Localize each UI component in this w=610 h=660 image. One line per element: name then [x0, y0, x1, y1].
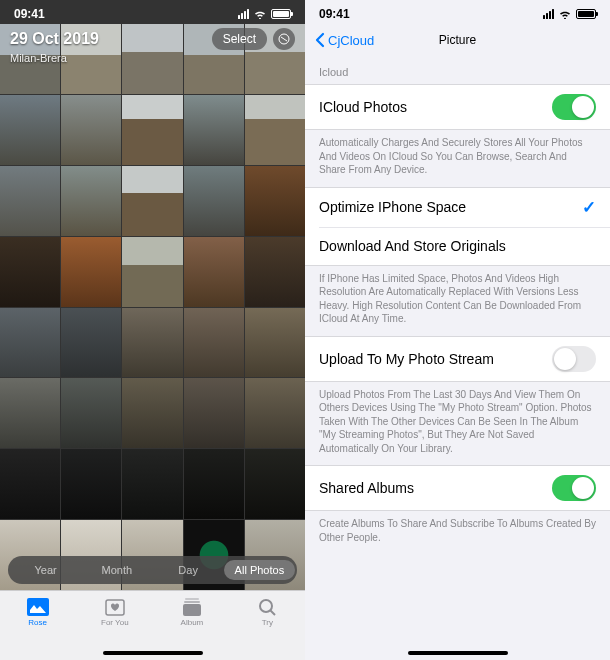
photo-thumbnail[interactable]	[61, 95, 121, 165]
svg-rect-2	[27, 598, 49, 616]
home-indicator[interactable]	[103, 651, 203, 655]
photo-thumbnail[interactable]	[61, 308, 121, 378]
photo-thumbnail[interactable]	[122, 449, 182, 519]
battery-icon	[271, 9, 291, 19]
svg-rect-5	[184, 601, 200, 603]
albums-icon	[180, 597, 204, 616]
icloud-photos-label: ICloud Photos	[319, 99, 407, 115]
wifi-icon	[253, 9, 267, 19]
photo-thumbnail[interactable]	[245, 449, 305, 519]
photo-thumbnail[interactable]	[184, 378, 244, 448]
icloud-photos-desc: Automatically Charges And Securely Store…	[305, 130, 610, 187]
optimize-storage-row[interactable]: Optimize IPhone Space ✓	[305, 188, 610, 227]
photos-grid[interactable]	[0, 24, 305, 590]
svg-line-8	[271, 610, 276, 615]
home-indicator[interactable]	[408, 651, 508, 655]
icloud-photos-row[interactable]: ICloud Photos	[305, 85, 610, 129]
search-icon	[255, 597, 279, 616]
photo-thumbnail[interactable]	[0, 378, 60, 448]
svg-point-7	[260, 600, 272, 612]
shared-albums-switch[interactable]	[552, 475, 596, 501]
photo-thumbnail[interactable]	[0, 308, 60, 378]
back-button[interactable]: CjCloud	[315, 32, 374, 48]
photo-thumbnail[interactable]	[245, 378, 305, 448]
shared-albums-row[interactable]: Shared Albums	[305, 466, 610, 510]
svg-rect-4	[185, 598, 199, 600]
photo-thumbnail[interactable]	[122, 378, 182, 448]
photo-thumbnail[interactable]	[61, 378, 121, 448]
section-header-icloud: Icloud	[305, 52, 610, 84]
cellular-icon	[543, 9, 554, 19]
status-time: 09:41	[14, 7, 45, 21]
photo-thumbnail[interactable]	[184, 237, 244, 307]
photo-thumbnail[interactable]	[61, 166, 121, 236]
photo-thumbnail[interactable]	[122, 95, 182, 165]
photo-thumbnail[interactable]	[184, 449, 244, 519]
icloud-photos-switch[interactable]	[552, 94, 596, 120]
ellipsis-icon	[278, 33, 290, 45]
download-originals-row[interactable]: Download And Store Originals	[319, 227, 610, 265]
time-range-segmented[interactable]: Year Month Day All Photos	[8, 556, 297, 584]
photo-thumbnail[interactable]	[245, 237, 305, 307]
photo-stream-label: Upload To My Photo Stream	[319, 351, 494, 367]
download-label: Download And Store Originals	[319, 238, 506, 254]
nav-title: Picture	[439, 33, 476, 47]
photo-thumbnail[interactable]	[184, 166, 244, 236]
heart-card-icon	[103, 597, 127, 616]
cellular-icon	[238, 9, 249, 19]
tab-search[interactable]: Try	[255, 597, 279, 660]
svg-rect-6	[183, 604, 201, 616]
segment-month[interactable]: Month	[81, 560, 152, 580]
tab-library[interactable]: Rose	[26, 597, 50, 660]
photo-thumbnail[interactable]	[184, 95, 244, 165]
status-bar: 09:41	[0, 0, 305, 28]
photos-app-screen: 09:41 29 Oct 2019 Select Milan-Brera	[0, 0, 305, 660]
photos-header: 29 Oct 2019 Select Milan-Brera	[10, 28, 295, 64]
chevron-left-icon	[315, 32, 325, 48]
photo-thumbnail[interactable]	[0, 237, 60, 307]
storage-desc: If IPhone Has Limited Space, Photos And …	[305, 266, 610, 336]
photo-thumbnail[interactable]	[184, 308, 244, 378]
photo-thumbnail[interactable]	[245, 166, 305, 236]
photo-stream-switch[interactable]	[552, 346, 596, 372]
photo-stream-row[interactable]: Upload To My Photo Stream	[305, 337, 610, 381]
photos-date: 29 Oct 2019	[10, 30, 99, 48]
photo-thumbnail[interactable]	[122, 308, 182, 378]
settings-list[interactable]: Icloud ICloud Photos Automatically Charg…	[305, 52, 610, 660]
photo-thumbnail[interactable]	[122, 166, 182, 236]
svg-line-1	[281, 37, 287, 41]
photo-thumbnail[interactable]	[0, 166, 60, 236]
settings-photos-screen: 09:41 CjCloud Picture Icloud ICloud Phot…	[305, 0, 610, 660]
status-time: 09:41	[319, 7, 350, 21]
photo-thumbnail[interactable]	[0, 95, 60, 165]
segment-year[interactable]: Year	[10, 560, 81, 580]
more-button[interactable]	[273, 28, 295, 50]
photo-thumbnail[interactable]	[61, 237, 121, 307]
library-icon	[26, 597, 50, 616]
photo-stream-desc: Upload Photos From The Last 30 Days And …	[305, 382, 610, 466]
photo-thumbnail[interactable]	[245, 95, 305, 165]
shared-albums-label: Shared Albums	[319, 480, 414, 496]
photo-thumbnail[interactable]	[245, 308, 305, 378]
optimize-label: Optimize IPhone Space	[319, 199, 466, 215]
photo-thumbnail[interactable]	[122, 237, 182, 307]
photos-location: Milan-Brera	[10, 52, 295, 64]
segment-all[interactable]: All Photos	[224, 560, 295, 580]
photos-tabbar: Rose For You Album Try	[0, 590, 305, 660]
battery-icon	[576, 9, 596, 19]
segment-day[interactable]: Day	[153, 560, 224, 580]
checkmark-icon: ✓	[582, 197, 596, 218]
photo-thumbnail[interactable]	[61, 449, 121, 519]
nav-bar: CjCloud Picture	[305, 28, 610, 52]
wifi-icon	[558, 9, 572, 19]
shared-albums-desc: Create Albums To Share And Subscribe To …	[305, 511, 610, 554]
photo-thumbnail[interactable]	[0, 449, 60, 519]
select-button[interactable]: Select	[212, 28, 267, 50]
status-bar: 09:41	[305, 0, 610, 28]
